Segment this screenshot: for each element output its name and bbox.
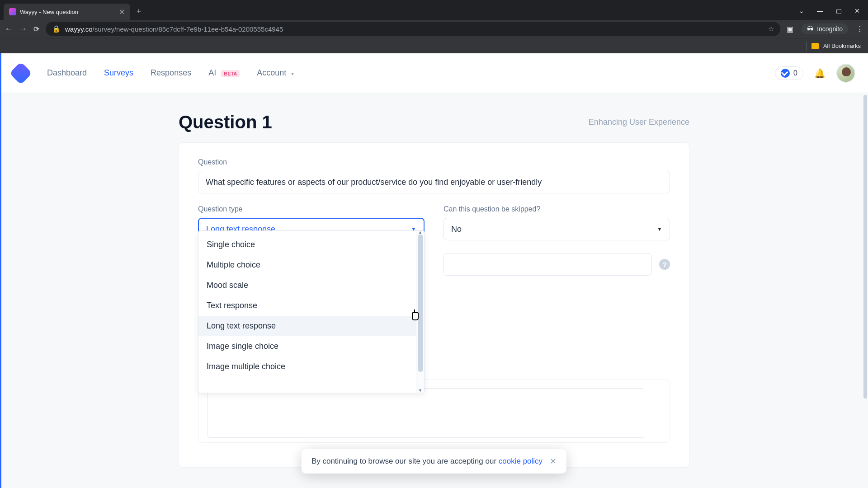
minimize-icon[interactable]: ― xyxy=(817,7,823,14)
survey-name: Enhancing User Experience xyxy=(589,117,689,127)
tab-close-icon[interactable]: ✕ xyxy=(119,8,125,16)
question-field-label: Question xyxy=(198,158,670,166)
cookie-text: By continuing to browse our site you are… xyxy=(311,457,499,465)
credits-icon xyxy=(781,69,790,78)
scrollbar-thumb[interactable] xyxy=(863,95,867,399)
credits-pill[interactable]: 0 xyxy=(775,66,803,80)
back-button[interactable]: ← xyxy=(5,24,13,34)
incognito-indicator[interactable]: 🕶 Incognito xyxy=(802,23,848,34)
cookie-close-icon[interactable]: ✕ xyxy=(550,456,557,466)
dropdown-option[interactable]: Single choice xyxy=(198,235,416,255)
dropdown-option[interactable]: Text response xyxy=(198,296,416,316)
url-path: /survey/new-question/85c7dcff-7e9b-11ee-… xyxy=(93,25,283,33)
question-type-dropdown: Single choice Multiple choice Mood scale… xyxy=(198,230,425,393)
nav-responses[interactable]: Responses xyxy=(151,68,191,78)
avatar[interactable] xyxy=(836,64,855,83)
lock-icon: 🔒 xyxy=(52,25,61,33)
dropdown-option[interactable]: Image single choice xyxy=(198,336,416,357)
app-topnav: Dashboard Surveys Responses AI BETA Acco… xyxy=(0,53,868,93)
skip-value: No xyxy=(451,225,462,234)
address-bar[interactable]: 🔒 wayyy.co/survey/new-question/85c7dcff-… xyxy=(46,22,780,36)
chevron-down-icon: ▾ xyxy=(291,70,294,77)
page-title: Question 1 xyxy=(179,112,272,132)
question-input[interactable] xyxy=(198,171,670,193)
nav-account-label: Account xyxy=(257,68,286,77)
secondary-input[interactable] xyxy=(443,253,652,276)
credits-count: 0 xyxy=(793,69,797,77)
nav-ai-label: AI xyxy=(208,68,216,77)
incognito-label: Incognito xyxy=(817,25,843,33)
scroll-up-icon[interactable]: ▲ xyxy=(418,230,422,235)
nav-surveys[interactable]: Surveys xyxy=(104,68,133,78)
browser-tab[interactable]: Wayyy - New question ✕ xyxy=(4,4,130,20)
question-card: Question Question type Long text respons… xyxy=(179,142,689,468)
tab-title: Wayyy - New question xyxy=(20,9,115,15)
folder-icon xyxy=(811,43,819,49)
type-field-label: Question type xyxy=(198,205,425,213)
forward-button[interactable]: → xyxy=(19,24,27,34)
page-scrollbar[interactable] xyxy=(863,95,867,484)
browser-toolbar: ← → ⟳ 🔒 wayyy.co/survey/new-question/85c… xyxy=(0,20,868,38)
all-bookmarks-link[interactable]: All Bookmarks xyxy=(823,42,861,49)
cookie-policy-link[interactable]: cookie policy xyxy=(499,457,542,465)
caret-down-icon: ▼ xyxy=(657,226,662,232)
help-icon[interactable]: ? xyxy=(659,259,670,270)
dropdown-option[interactable]: Long text response xyxy=(198,316,416,336)
nav-ai[interactable]: AI BETA xyxy=(208,68,240,78)
scrollbar-thumb[interactable] xyxy=(418,235,423,372)
nav-account[interactable]: Account ▾ xyxy=(257,68,294,78)
favicon xyxy=(9,8,16,15)
dropdown-option[interactable]: Mood scale xyxy=(198,275,416,296)
scroll-down-icon[interactable]: ▼ xyxy=(418,389,422,393)
extensions-icon[interactable]: ▣ xyxy=(787,25,793,33)
cookie-banner: By continuing to browse our site you are… xyxy=(302,449,566,474)
bookmarks-bar: All Bookmarks xyxy=(0,38,868,53)
nav-dashboard[interactable]: Dashboard xyxy=(47,68,87,78)
close-window-icon[interactable]: ✕ xyxy=(854,7,860,14)
dropdown-option[interactable]: Image multiple choice xyxy=(198,357,416,377)
app-logo[interactable] xyxy=(9,61,33,84)
bookmark-star-icon[interactable]: ☆ xyxy=(768,25,774,33)
browser-tab-strip: Wayyy - New question ✕ + ⌄ ― ▢ ✕ xyxy=(0,0,868,20)
page: Dashboard Surveys Responses AI BETA Acco… xyxy=(0,53,868,488)
dropdown-option[interactable]: Multiple choice xyxy=(198,255,416,275)
incognito-icon: 🕶 xyxy=(807,25,813,33)
long-text-preview-textarea[interactable] xyxy=(208,388,644,438)
beta-badge: BETA xyxy=(221,70,240,77)
dropdown-scrollbar[interactable]: ▲ ▼ xyxy=(416,231,424,393)
window-controls: ⌄ ― ▢ ✕ xyxy=(799,7,864,14)
notifications-bell-icon[interactable]: 🔔 xyxy=(814,68,826,79)
skip-field-label: Can this question be skipped? xyxy=(443,205,670,213)
chevron-down-icon[interactable]: ⌄ xyxy=(799,7,804,14)
reload-button[interactable]: ⟳ xyxy=(33,25,39,33)
kebab-menu-icon[interactable]: ⋮ xyxy=(856,25,863,33)
skip-select[interactable]: No ▼ xyxy=(443,218,670,240)
url-host: wayyy.co xyxy=(65,25,93,33)
new-tab-button[interactable]: + xyxy=(137,7,142,16)
maximize-icon[interactable]: ▢ xyxy=(836,7,842,14)
